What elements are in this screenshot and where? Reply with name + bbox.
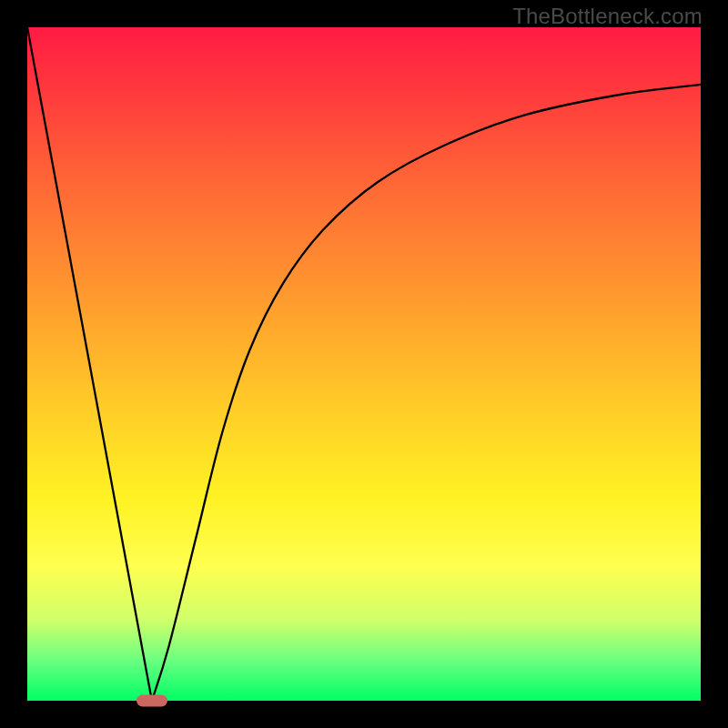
watermark-text: TheBottleneck.com <box>512 4 703 29</box>
chart-plot-area <box>27 27 701 701</box>
